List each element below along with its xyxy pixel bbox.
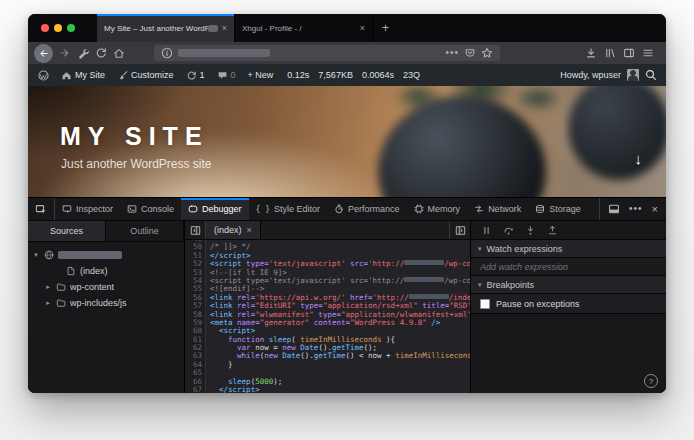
step-over-icon[interactable] (503, 225, 514, 236)
wp-howdy-label[interactable]: Howdy, wpuser (560, 70, 621, 80)
sources-tree: ▾(index)▸wp-content▸wp-includes/js (28, 242, 184, 311)
devtools-tab-label: Network (488, 204, 521, 214)
folder-icon (56, 282, 66, 292)
site-title[interactable]: MY SITE (60, 122, 209, 151)
devtools-tab-storage[interactable]: Storage (528, 198, 588, 220)
editor-tab-close-icon[interactable]: × (247, 225, 252, 235)
sources-panel: Sources Outline ▾(index)▸wp-content▸wp-i… (28, 221, 185, 393)
devtools-tab-debugger[interactable]: Debugger (181, 198, 249, 220)
wp-comments-link[interactable]: 0 (211, 64, 242, 86)
code-token: "WordPress 4.9.8" (350, 318, 427, 327)
add-watch-expression-input[interactable]: Add watch expression (471, 258, 666, 276)
wp-new-content-menu[interactable]: + New (242, 64, 280, 86)
minimize-window-button[interactable] (54, 24, 62, 32)
devtools-wrench-button[interactable] (74, 44, 92, 62)
home-icon (113, 47, 125, 59)
expand-panes-button[interactable] (449, 221, 470, 239)
source-item-wp-content[interactable]: ▸wp-content (28, 279, 184, 295)
node-picker-button[interactable] (28, 198, 55, 220)
editor-gutter: 49505152535455565758596061626364656667 (185, 240, 206, 393)
globe-icon (44, 250, 54, 260)
devtools-tab-inspector[interactable]: Inspector (55, 198, 120, 220)
avatar[interactable] (627, 69, 639, 81)
source-item-domain[interactable]: ▾ (28, 247, 184, 263)
watch-expressions-header[interactable]: ▾ Watch expressions (471, 240, 666, 258)
wp-logo-menu[interactable] (32, 64, 55, 86)
devtools-close-icon[interactable]: × (652, 203, 658, 215)
library-icon[interactable] (604, 47, 616, 59)
pause-on-exceptions-checkbox[interactable] (480, 299, 490, 309)
site-info-icon[interactable] (161, 47, 173, 59)
forward-button[interactable] (56, 44, 74, 62)
reload-icon (95, 47, 107, 59)
folder-icon (56, 298, 66, 308)
step-out-icon[interactable] (547, 225, 558, 236)
collapse-panes-button[interactable] (185, 221, 206, 239)
close-window-button[interactable] (41, 24, 49, 32)
search-icon[interactable] (645, 69, 657, 81)
code-line[interactable]: while(new Date().getTime() < now + timeI… (210, 352, 470, 360)
editor-tab-index[interactable]: (index) × (206, 221, 261, 239)
code-line[interactable]: </script> (210, 386, 470, 393)
address-bar[interactable]: ••• (154, 45, 500, 61)
tab-outline[interactable]: Outline (106, 221, 184, 241)
devtools-tab-network[interactable]: Network (467, 198, 528, 220)
navigation-toolbar: ••• (28, 42, 666, 64)
new-tab-button[interactable]: + (373, 14, 398, 42)
wp-customize-link[interactable]: Customize (111, 64, 180, 86)
tab-close-icon[interactable]: × (360, 23, 365, 33)
line-number[interactable]: 67 (185, 386, 202, 393)
redacted-code (404, 277, 444, 282)
devtools-panel: InspectorConsoleDebugger{ }Style EditorP… (28, 197, 666, 393)
chevron-down-icon[interactable]: ▾ (32, 251, 40, 259)
step-in-icon[interactable] (525, 225, 536, 236)
sources-panel-tabs: Sources Outline (28, 221, 184, 242)
devtools-tab-performance[interactable]: Performance (327, 198, 407, 220)
wp-updates-count: 1 (200, 70, 205, 80)
watch-expressions-label: Watch expressions (487, 244, 563, 254)
source-item-index[interactable]: (index) (28, 263, 184, 279)
hamburger-menu-icon[interactable] (642, 47, 654, 59)
code-token: new (264, 351, 278, 360)
traffic-lights (28, 14, 97, 42)
wp-updates-link[interactable]: 1 (180, 64, 211, 86)
code-view[interactable]: 49505152535455565758596061626364656667 /… (185, 240, 470, 393)
devtools-tab-console[interactable]: Console (120, 198, 181, 220)
source-item-wp-includes-js[interactable]: ▸wp-includes/js (28, 295, 184, 311)
comment-bubble-icon (217, 70, 228, 81)
chevron-right-icon[interactable]: ▸ (44, 299, 52, 307)
expand-panes-icon (455, 225, 466, 236)
home-button[interactable] (110, 44, 128, 62)
back-button[interactable] (34, 44, 53, 63)
pocket-icon[interactable] (464, 47, 476, 59)
code-token: /wp-conte (444, 259, 470, 268)
devtools-tab-memory[interactable]: Memory (407, 198, 468, 220)
scroll-down-arrow-icon[interactable]: ↓ (635, 150, 643, 167)
reload-button[interactable] (92, 44, 110, 62)
devtools-tab-label: Console (141, 204, 174, 214)
pause-on-exceptions-row[interactable]: Pause on exceptions (471, 294, 666, 314)
pause-button-icon[interactable] (481, 225, 492, 236)
sidebar-toggle-icon[interactable] (623, 47, 635, 59)
code-token: () < now + (345, 351, 395, 360)
zoom-window-button[interactable] (67, 24, 75, 32)
code-line[interactable]: } (210, 361, 470, 369)
tab-close-icon[interactable]: × (222, 23, 227, 33)
redacted-code (409, 294, 449, 299)
bookmark-star-icon[interactable] (481, 47, 493, 59)
code-token: ){ (382, 335, 396, 344)
tab-sources[interactable]: Sources (28, 221, 106, 241)
wp-stat-load-time: 0.12s (287, 70, 309, 80)
downloads-icon[interactable] (585, 47, 597, 59)
breakpoints-header[interactable]: ▾ Breakpoints (471, 276, 666, 294)
help-icon[interactable]: ? (644, 374, 658, 388)
file-icon (66, 266, 76, 276)
chevron-right-icon[interactable]: ▸ (44, 283, 52, 291)
browser-tab-xhgui[interactable]: Xhgui - Profile - / × (235, 14, 373, 42)
devtools-tab-style-editor[interactable]: { }Style Editor (249, 198, 327, 220)
dock-icon[interactable] (608, 203, 620, 215)
code-token: timeInMilliseconds (395, 351, 470, 360)
browser-tab-my-site[interactable]: My Site – Just another WordPress s × (97, 14, 235, 42)
source-item-label: wp-content (70, 282, 114, 292)
wp-my-site-menu[interactable]: My Site (55, 64, 111, 86)
